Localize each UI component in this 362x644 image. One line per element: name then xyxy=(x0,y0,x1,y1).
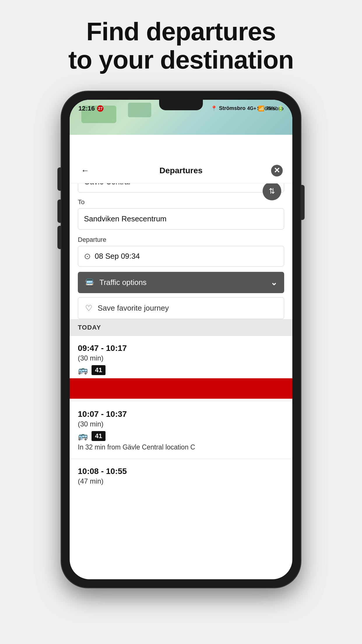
to-input[interactable]: Sandviken Resecentrum xyxy=(78,208,284,230)
journey-list: 09:47 - 10:17 (30 min) 🚌 41 In 12 min fr… xyxy=(70,336,292,496)
swap-button[interactable]: ⇅ xyxy=(263,182,281,200)
traffic-options-button[interactable]: 🚍 Traffic options ⌄ xyxy=(78,272,284,293)
location-name: Strömsbro xyxy=(219,105,245,111)
clock-icon: ⊙ xyxy=(84,251,91,261)
bus-icon-2: 🚌 xyxy=(78,431,88,441)
journey-item[interactable]: 09:47 - 10:17 (30 min) 🚌 41 In 12 min fr… xyxy=(70,336,292,393)
status-time: 12:16 xyxy=(78,105,95,112)
back-button[interactable]: ← xyxy=(78,163,92,178)
traffic-options-label: Traffic options xyxy=(99,278,147,287)
screen-content[interactable]: ← Departures ✕ From Gävle Central ⇅ xyxy=(70,100,292,579)
phone-notch xyxy=(159,100,203,110)
phone-screen: 12:16 27 📍 Strömsbro 4G+ 📶 75% 🔋 Strömsb… xyxy=(70,100,292,579)
hero-line2: to your destination xyxy=(68,46,294,74)
hero-line1: Find departures xyxy=(68,18,294,46)
notification-badge: 27 xyxy=(97,105,103,112)
today-section-header: TODAY xyxy=(70,319,292,336)
journey-time-3: 10:08 - 10:55 xyxy=(78,467,284,476)
journey-route-1: 🚌 41 xyxy=(78,365,284,375)
battery-level: 75% xyxy=(266,106,275,111)
journey-duration-1: (30 min) xyxy=(78,354,284,362)
navigation-bar: ← Departures ✕ xyxy=(70,158,292,183)
network-type: 4G+ xyxy=(247,106,256,111)
hero-text: Find departures to your destination xyxy=(68,18,294,74)
bus-icon-1: 🚌 xyxy=(78,365,88,375)
journey-item[interactable]: 10:08 - 10:55 (47 min) xyxy=(70,459,292,496)
journey-route-2: 🚌 41 xyxy=(78,431,284,441)
departure-label: Departure xyxy=(78,236,284,244)
battery-icon: 🔋 xyxy=(277,105,284,112)
departure-value: 08 Sep 09:34 xyxy=(95,252,140,261)
departure-input[interactable]: ⊙ 08 Sep 09:34 xyxy=(78,246,284,267)
red-banner xyxy=(70,378,292,399)
to-value: Sandviken Resecentrum xyxy=(84,214,166,223)
to-label: To xyxy=(78,198,284,206)
traffic-bus-icon: 🚍 xyxy=(85,278,94,287)
journey-duration-3: (47 min) xyxy=(78,477,284,485)
journey-item[interactable]: 10:07 - 10:37 (30 min) 🚌 41 In 32 min fr… xyxy=(70,402,292,459)
route-badge-2: 41 xyxy=(92,431,106,441)
today-label: TODAY xyxy=(78,324,101,331)
heart-icon: ♡ xyxy=(85,303,92,313)
page-title: Departures xyxy=(159,166,203,175)
swap-icon: ⇅ xyxy=(269,187,275,196)
back-icon: ← xyxy=(81,166,89,175)
save-favorite-label: Save favorite journey xyxy=(98,304,169,313)
close-button[interactable]: ✕ xyxy=(270,163,284,178)
phone-device: 12:16 27 📍 Strömsbro 4G+ 📶 75% 🔋 Strömsb… xyxy=(61,92,301,587)
location-pin-icon: 📍 xyxy=(211,105,217,112)
close-icon: ✕ xyxy=(271,165,283,176)
save-favorite-button[interactable]: ♡ Save favorite journey xyxy=(78,297,284,319)
journey-time-1: 09:47 - 10:17 xyxy=(78,344,284,353)
journey-from-2: In 32 min from Gävle Central location C xyxy=(78,443,284,451)
journey-duration-2: (30 min) xyxy=(78,420,284,428)
route-badge-1: 41 xyxy=(92,365,106,375)
journey-time-2: 10:07 - 10:37 xyxy=(78,410,284,419)
signal-icon: 📶 xyxy=(258,105,264,112)
chevron-down-icon: ⌄ xyxy=(270,278,277,287)
